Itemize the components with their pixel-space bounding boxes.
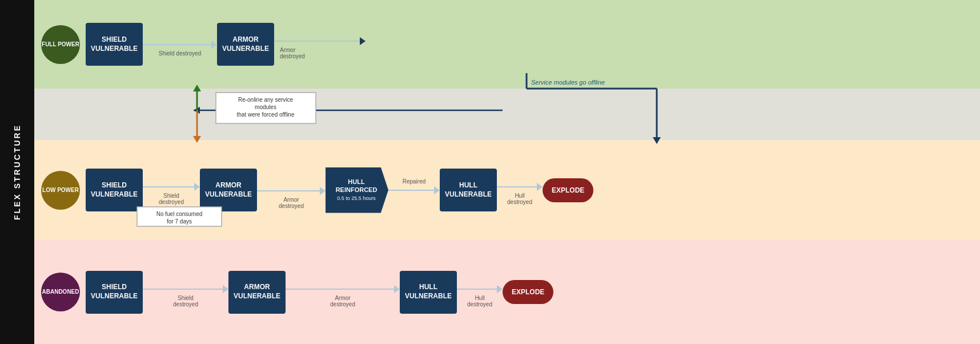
lp-repaired-label: Repaired (403, 178, 426, 185)
ab-armor-vulnerable: ARMORVULNERABLE (228, 271, 286, 314)
row-low-power: LOW POWER SHIELDVULNERABLE Shielddestroy… (34, 140, 980, 240)
row-abandoned: ABANDONED SHIELDVULNERABLE Shielddestroy… (34, 240, 980, 344)
lp-hull-vulnerable: HULLVULNERABLE (440, 169, 497, 211)
fp-armor-destroyed-label: Armordestroyed (274, 47, 305, 59)
low-power-label: LOW POWER (41, 171, 80, 210)
lp-armor-vulnerable: ARMORVULNERABLE (200, 169, 257, 211)
ab-shield-vulnerable: SHIELDVULNERABLE (86, 271, 143, 314)
hull-reinforced-sublabel: 0.5 to 25.5 hours (337, 195, 376, 202)
lp-hull-reinforced: HULLREINFORCED 0.5 to 25.5 hours (326, 167, 388, 213)
fp-shield-destroyed-label: Shield destroyed (159, 50, 202, 57)
lp-explode: EXPLODE (543, 178, 593, 202)
lp-armor-destroyed-label: Armordestroyed (279, 197, 304, 209)
sidebar-label: FLEX STRUCTURE (13, 124, 22, 220)
fp-armor-vulnerable: ARMORVULNERABLE (217, 23, 274, 66)
lp-hull-destroyed-label: Hulldestroyed (507, 193, 532, 205)
row-middle (34, 89, 980, 140)
diagram-wrapper: Service modules go offline Re-online any… (34, 0, 980, 344)
ab-hull-vulnerable: HULLVULNERABLE (400, 271, 457, 314)
sidebar: FLEX STRUCTURE (0, 0, 34, 344)
row-full-power: FULL POWER SHIELDVULNERABLE Shield destr… (34, 0, 980, 89)
ab-explode: EXPLODE (503, 280, 553, 304)
abandoned-label: ABANDONED (41, 273, 80, 311)
lp-shield-destroyed-label: Shielddestroyed (159, 193, 184, 205)
full-power-label: FULL POWER (41, 25, 80, 64)
lp-shield-vulnerable: SHIELDVULNERABLE (86, 169, 143, 211)
fp-shield-vulnerable: SHIELDVULNERABLE (86, 23, 143, 66)
